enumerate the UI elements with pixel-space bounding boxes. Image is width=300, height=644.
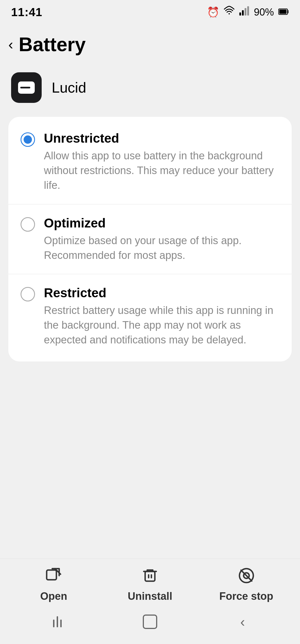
option-restricted-desc: Restrict battery usage while this app is… xyxy=(44,303,279,348)
bottom-actions: Open Uninstall Force stop xyxy=(0,559,300,608)
svg-rect-8 xyxy=(145,571,155,581)
home-icon xyxy=(143,615,157,629)
radio-unrestricted[interactable] xyxy=(21,132,35,147)
svg-point-0 xyxy=(229,13,230,14)
radio-optimized-indicator xyxy=(21,217,35,232)
wifi-icon xyxy=(224,6,234,19)
signal-icon xyxy=(239,6,249,19)
radio-restricted[interactable] xyxy=(21,287,35,301)
svg-rect-2 xyxy=(242,10,244,15)
nav-home-button[interactable] xyxy=(133,613,167,630)
content-spacer xyxy=(0,364,300,559)
uninstall-icon xyxy=(142,567,158,586)
battery-icon xyxy=(278,6,289,18)
force-stop-button[interactable]: Force stop xyxy=(219,567,274,602)
option-unrestricted-content: Unrestricted Allow this app to use batte… xyxy=(44,131,279,193)
force-stop-icon xyxy=(238,567,255,586)
nav-bar: ‹ xyxy=(0,608,300,644)
alarm-icon: ⏰ xyxy=(207,6,219,18)
radio-restricted-indicator xyxy=(21,287,35,301)
option-optimized[interactable]: Optimized Optimize based on your usage o… xyxy=(8,204,292,274)
uninstall-button[interactable]: Uninstall xyxy=(122,567,178,602)
options-card: Unrestricted Allow this app to use batte… xyxy=(8,117,292,361)
option-unrestricted-desc: Allow this app to use battery in the bac… xyxy=(44,148,279,193)
header: ‹ Battery xyxy=(0,22,300,64)
battery-percent: 90% xyxy=(254,6,274,18)
option-unrestricted-title: Unrestricted xyxy=(44,131,279,146)
svg-rect-6 xyxy=(279,10,287,14)
svg-rect-7 xyxy=(47,570,56,580)
option-restricted-content: Restricted Restrict battery usage while … xyxy=(44,285,279,348)
status-bar: 11:41 ⏰ 90% xyxy=(0,0,300,22)
force-stop-label: Force stop xyxy=(219,590,273,602)
status-time: 11:41 xyxy=(11,6,42,19)
status-icons: ⏰ 90% xyxy=(207,6,289,19)
open-button[interactable]: Open xyxy=(26,567,81,602)
page-title: Battery xyxy=(19,33,86,56)
svg-rect-4 xyxy=(247,6,249,15)
option-optimized-desc: Optimize based on your usage of this app… xyxy=(44,233,279,263)
option-restricted-title: Restricted xyxy=(44,285,279,300)
open-icon xyxy=(45,567,62,586)
radio-optimized[interactable] xyxy=(21,217,35,232)
back-nav-icon: ‹ xyxy=(240,614,245,630)
svg-rect-3 xyxy=(245,8,246,15)
recent-apps-icon xyxy=(53,616,62,627)
option-optimized-content: Optimized Optimize based on your usage o… xyxy=(44,216,279,263)
uninstall-label: Uninstall xyxy=(128,590,172,602)
nav-recent-button[interactable] xyxy=(41,613,74,630)
open-label: Open xyxy=(40,590,67,602)
svg-rect-1 xyxy=(239,12,241,15)
option-optimized-title: Optimized xyxy=(44,216,279,231)
app-icon-shape xyxy=(18,81,35,94)
svg-line-11 xyxy=(241,570,252,581)
option-unrestricted[interactable]: Unrestricted Allow this app to use batte… xyxy=(8,120,292,204)
back-button[interactable]: ‹ xyxy=(8,36,13,53)
app-name: Lucid xyxy=(52,79,86,96)
app-icon xyxy=(11,72,42,103)
radio-unrestricted-indicator xyxy=(21,132,35,147)
app-info: Lucid xyxy=(0,64,300,114)
option-restricted[interactable]: Restricted Restrict battery usage while … xyxy=(8,274,292,359)
nav-back-button[interactable]: ‹ xyxy=(226,613,259,630)
